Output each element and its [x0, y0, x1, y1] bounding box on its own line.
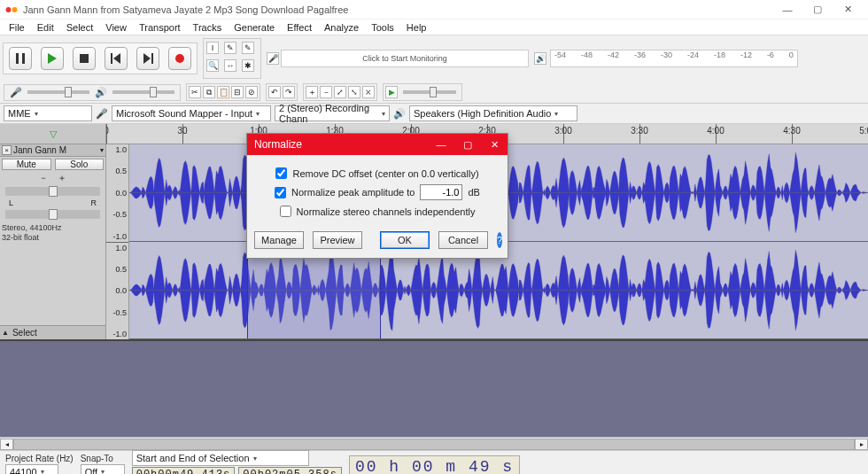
track-pan-slider[interactable] — [5, 210, 100, 219]
track-name[interactable]: Jann Gann M — [13, 145, 98, 155]
zoom-out-button[interactable]: － — [320, 86, 332, 98]
copy-button[interactable]: ⧉ — [203, 86, 215, 98]
playback-volume-slider[interactable] — [112, 90, 174, 94]
zoom-in-button[interactable]: ＋ — [306, 86, 318, 98]
dialog-maximize[interactable]: ▢ — [454, 134, 481, 155]
track-y-scale: 1.00.50.0-0.5-1.0 1.00.50.0-0.5-1.0 — [106, 144, 129, 339]
normalize-peak-checkbox[interactable] — [275, 187, 286, 198]
menu-transport[interactable]: Transport — [134, 21, 186, 34]
horizontal-scrollbar[interactable]: ◂ ▸ — [0, 437, 868, 450]
scroll-right-button[interactable]: ▸ — [855, 439, 868, 450]
recording-volume-slider[interactable] — [27, 90, 89, 94]
svg-marker-4 — [48, 53, 57, 64]
snap-to-label: Snap-To — [81, 454, 125, 463]
pin-icon[interactable]: ▽ — [0, 124, 106, 144]
audio-host-dropdown[interactable]: MME▾ — [4, 105, 92, 121]
track-gain-slider[interactable] — [5, 187, 100, 196]
preview-button[interactable]: Preview — [313, 231, 362, 249]
undo-button[interactable]: ↶ — [268, 86, 281, 98]
menu-edit[interactable]: Edit — [32, 21, 59, 34]
dialog-title: Normalize — [254, 138, 302, 151]
svg-rect-5 — [80, 54, 89, 63]
undo-toolbar: ↶ ↷ — [266, 83, 298, 101]
manage-button[interactable]: Manage — [254, 231, 304, 249]
mixer-speaker-icon: 🔊 — [95, 87, 107, 98]
svg-rect-3 — [22, 53, 25, 64]
play-at-speed-toolbar: ▶ — [383, 83, 462, 101]
menu-select[interactable]: Select — [61, 21, 99, 34]
dialog-minimize[interactable]: — — [428, 134, 454, 155]
envelope-tool[interactable]: ✎ — [224, 42, 236, 54]
menu-help[interactable]: Help — [401, 21, 432, 34]
playback-meter[interactable]: -54 -48 -42 -36 -30 -24 -18 -12 -6 0 — [550, 50, 798, 67]
timeshift-tool[interactable]: ↔ — [224, 59, 236, 72]
stop-button[interactable] — [73, 47, 96, 70]
window-close[interactable]: ✕ — [833, 1, 863, 19]
track-menu-dropdown[interactable]: ▾ — [100, 146, 104, 154]
audio-position-display[interactable]: 00 h 00 m 49 s — [349, 455, 520, 475]
draw-tool[interactable]: ✎ — [242, 42, 254, 54]
ok-button[interactable]: OK — [380, 231, 430, 249]
zoom-toolbar: ＋ － ⤢ ⤡ ⤫ — [303, 83, 377, 101]
recording-meter[interactable]: Click to Start Monitoring — [281, 50, 529, 67]
speaker-meter-icon: 🔊 — [534, 52, 546, 65]
zoom-toggle-button[interactable]: ⤫ — [362, 86, 375, 98]
track-close-button[interactable]: × — [2, 145, 12, 155]
recording-channels-dropdown[interactable]: 2 (Stereo) Recording Chann▾ — [275, 105, 390, 121]
selection-tool[interactable]: I — [206, 42, 219, 54]
remove-dc-checkbox[interactable] — [275, 167, 287, 179]
trim-button[interactable]: ⊟ — [231, 86, 244, 98]
menu-view[interactable]: View — [100, 21, 132, 34]
menu-analyze[interactable]: Analyze — [319, 21, 364, 34]
fit-selection-button[interactable]: ⤢ — [334, 86, 346, 98]
multi-tool[interactable]: ✱ — [242, 59, 254, 72]
track-mute-button[interactable]: Mute — [2, 159, 51, 170]
record-button[interactable] — [168, 47, 191, 70]
speaker-icon: 🔊 — [393, 108, 406, 120]
toolbars: I ✎ ✎ 🔍 ↔ ✱ 🎤 Click to Start Monitoring … — [0, 35, 868, 104]
menu-effect[interactable]: Effect — [282, 21, 317, 34]
selection-start-field[interactable]: 00h00m49.413s — [132, 467, 236, 474]
menu-tracks[interactable]: Tracks — [188, 21, 228, 34]
remove-dc-label: Remove DC offset (center on 0.0 vertical… — [292, 168, 478, 179]
selection-end-field[interactable]: 00h02m05.358s — [238, 467, 342, 474]
skip-start-button[interactable] — [105, 47, 128, 70]
play-at-speed-button[interactable]: ▶ — [385, 86, 398, 98]
snap-to-dropdown[interactable]: Off▾ — [81, 464, 125, 475]
play-button[interactable] — [41, 47, 64, 70]
playback-device-dropdown[interactable]: Speakers (High Definition Audio▾ — [409, 105, 577, 121]
dialog-close[interactable]: ✕ — [481, 134, 508, 155]
app-icon — [5, 4, 18, 16]
silence-button[interactable]: ⊘ — [245, 86, 258, 98]
menu-tools[interactable]: Tools — [366, 21, 399, 34]
empty-track-area[interactable] — [0, 339, 868, 437]
paste-button[interactable]: 📋 — [217, 86, 229, 98]
help-icon[interactable]: ? — [497, 232, 502, 248]
cut-button[interactable]: ✂ — [189, 86, 201, 98]
cancel-button[interactable]: Cancel — [438, 231, 488, 249]
fit-project-button[interactable]: ⤡ — [348, 86, 360, 98]
selection-mode-dropdown[interactable]: Start and End of Selection▾ — [132, 450, 309, 466]
normalize-peak-input[interactable] — [420, 184, 462, 200]
project-rate-dropdown[interactable]: 44100▾ — [5, 464, 58, 475]
track-solo-button[interactable]: Solo — [55, 159, 105, 170]
normalize-stereo-checkbox[interactable] — [280, 206, 291, 217]
track-collapse-button[interactable]: ▲ — [2, 329, 9, 337]
redo-button[interactable]: ↷ — [283, 86, 295, 98]
skip-end-button[interactable] — [136, 47, 159, 70]
recording-device-dropdown[interactable]: Microsoft Sound Mapper - Input▾ — [112, 105, 271, 121]
recording-meter-hint: Click to Start Monitoring — [362, 54, 447, 63]
play-speed-slider[interactable] — [403, 90, 456, 94]
zoom-tool[interactable]: 🔍 — [206, 59, 219, 72]
track-select-button[interactable]: Select — [12, 328, 37, 338]
menu-file[interactable]: File — [4, 21, 30, 34]
svg-point-1 — [12, 7, 18, 12]
window-maximize[interactable]: ▢ — [802, 1, 833, 19]
pause-button[interactable] — [9, 47, 32, 70]
dialog-titlebar[interactable]: Normalize — ▢ ✕ — [247, 134, 508, 155]
window-minimize[interactable]: — — [772, 1, 802, 19]
menu-generate[interactable]: Generate — [229, 21, 280, 34]
menu-bar: File Edit Select View Transport Tracks G… — [0, 19, 868, 35]
track-info: Stereo, 44100Hz 32-bit float — [0, 221, 105, 245]
scroll-left-button[interactable]: ◂ — [0, 439, 13, 450]
